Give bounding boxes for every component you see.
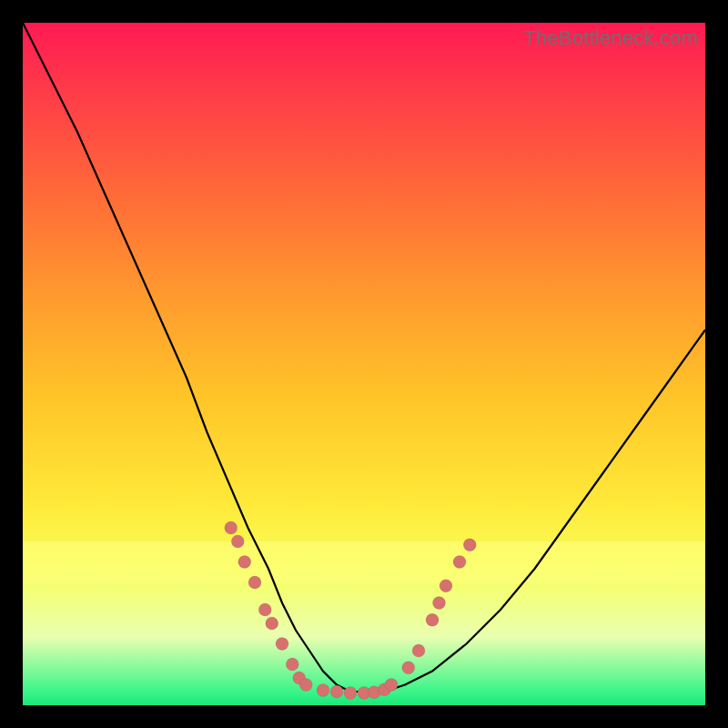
data-dot <box>286 658 298 671</box>
data-dot <box>258 603 271 616</box>
data-dot <box>453 556 466 569</box>
data-dot <box>248 576 261 589</box>
data-dot <box>402 662 415 674</box>
data-dot <box>463 539 476 551</box>
chart-frame: TheBottleneck.com <box>0 0 728 728</box>
data-dot <box>385 679 398 692</box>
dot-cluster-left <box>225 521 313 692</box>
data-dot <box>231 535 244 548</box>
data-dot <box>344 687 357 700</box>
data-dot <box>225 521 238 534</box>
data-dot <box>276 638 288 651</box>
dot-cluster-floor <box>317 679 398 700</box>
data-dot <box>426 613 439 626</box>
bottleneck-curve <box>23 23 705 692</box>
data-dot <box>299 679 312 692</box>
data-dot <box>317 684 329 697</box>
bottleneck-curve-svg <box>23 23 705 705</box>
data-dot <box>412 644 425 657</box>
chart-plot-area: TheBottleneck.com <box>23 23 705 705</box>
data-dot <box>266 617 278 630</box>
data-dot <box>440 580 452 592</box>
data-dot <box>433 597 446 610</box>
data-dot <box>330 685 343 698</box>
data-dot <box>238 556 251 569</box>
dot-cluster-right <box>402 539 477 674</box>
